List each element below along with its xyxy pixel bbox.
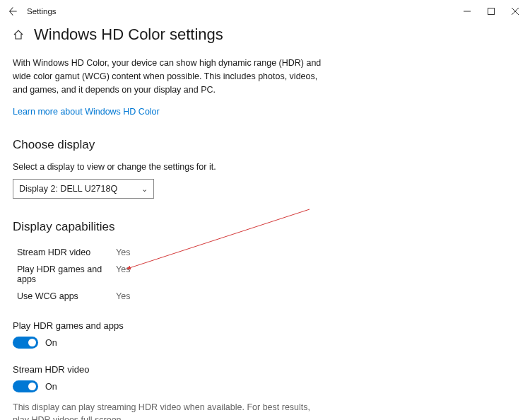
display-select[interactable]: Display 2: DELL U2718Q ⌄ xyxy=(13,179,154,199)
content-area: Windows HD Color settings With Windows H… xyxy=(0,23,530,420)
minimize-button[interactable] xyxy=(455,1,479,21)
capability-value: Yes xyxy=(116,247,130,257)
choose-display-heading: Choose display xyxy=(13,138,517,152)
close-button[interactable] xyxy=(503,1,527,21)
capability-row: Stream HDR video Yes xyxy=(13,244,517,261)
capability-label: Play HDR games and apps xyxy=(17,264,116,284)
learn-more-hd-color-link[interactable]: Learn more about Windows HD Color xyxy=(13,107,160,117)
chevron-down-icon: ⌄ xyxy=(141,185,148,194)
capability-row: Play HDR games and apps Yes xyxy=(13,261,517,288)
close-icon xyxy=(512,8,519,15)
choose-display-subtext: Select a display to view or change the s… xyxy=(13,162,517,172)
capability-value: Yes xyxy=(116,264,130,284)
play-hdr-toggle[interactable] xyxy=(13,337,38,349)
stream-hdr-toggle[interactable] xyxy=(13,380,38,392)
page-title: Windows HD Color settings xyxy=(34,25,223,44)
capabilities-table: Stream HDR video Yes Play HDR games and … xyxy=(13,244,517,305)
window-title: Settings xyxy=(27,7,57,16)
capability-label: Stream HDR video xyxy=(17,247,116,257)
stream-hdr-label: Stream HDR video xyxy=(13,364,517,375)
play-hdr-state: On xyxy=(45,338,57,348)
play-hdr-label: Play HDR games and apps xyxy=(13,320,517,331)
svg-rect-1 xyxy=(488,8,495,15)
intro-text: With Windows HD Color, your device can s… xyxy=(13,57,331,96)
maximize-icon xyxy=(488,8,495,15)
arrow-left-icon xyxy=(8,6,18,16)
capability-label: Use WCG apps xyxy=(17,291,116,301)
stream-hdr-description: This display can play streaming HDR vide… xyxy=(13,401,324,420)
window-titlebar: Settings xyxy=(0,0,530,23)
back-button[interactable] xyxy=(6,4,20,18)
home-button[interactable] xyxy=(13,29,24,40)
home-icon xyxy=(13,29,24,40)
maximize-button[interactable] xyxy=(479,1,503,21)
display-select-value: Display 2: DELL U2718Q xyxy=(19,184,117,194)
display-capabilities-heading: Display capabilities xyxy=(13,220,517,234)
capability-value: Yes xyxy=(116,291,130,301)
capability-row: Use WCG apps Yes xyxy=(13,288,517,305)
stream-hdr-state: On xyxy=(45,382,57,392)
minimize-icon xyxy=(464,8,471,15)
